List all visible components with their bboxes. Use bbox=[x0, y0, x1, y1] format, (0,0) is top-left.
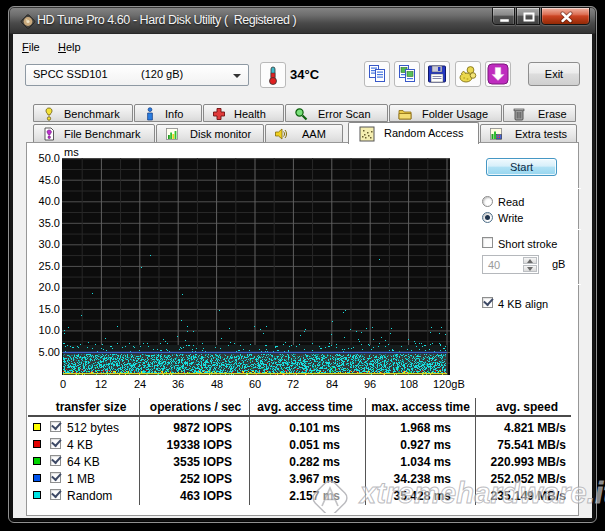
svg-text:xtremehardware.it: xtremehardware.it bbox=[358, 477, 605, 509]
